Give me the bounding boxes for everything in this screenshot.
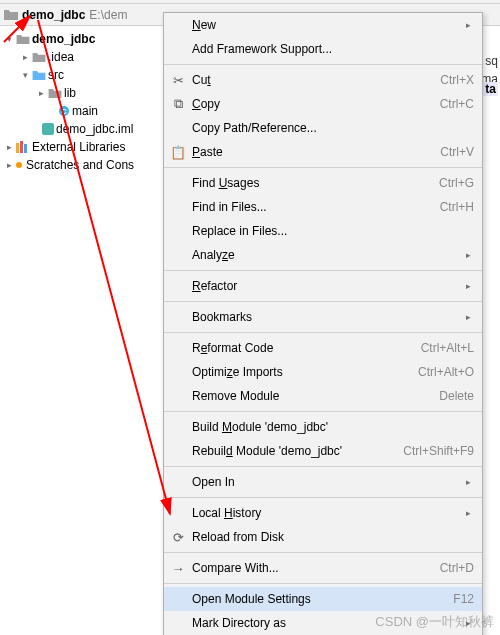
menu-item-refactor[interactable]: Refactor▸ (164, 274, 482, 298)
scratches-icon (14, 160, 24, 170)
menu-item-reload[interactable]: ⟳Reload from Disk (164, 525, 482, 549)
folder-icon (48, 88, 62, 99)
svg-rect-2 (42, 123, 54, 135)
svg-rect-3 (16, 143, 19, 153)
menu-item-paste[interactable]: 📋PasteCtrl+V (164, 140, 482, 164)
svg-text:C: C (61, 107, 67, 116)
menu-item-local-history[interactable]: Local History▸ (164, 501, 482, 525)
menu-item-copy-path[interactable]: Copy Path/Reference... (164, 116, 482, 140)
reload-icon: ⟳ (164, 530, 192, 545)
breadcrumb-path: E:\dem (89, 8, 127, 22)
menu-item-open-in[interactable]: Open In▸ (164, 470, 482, 494)
expand-arrow-icon[interactable] (20, 52, 30, 62)
copy-icon: ⧉ (164, 96, 192, 112)
tree-item-lib[interactable]: lib (0, 84, 169, 102)
menu-item-cut[interactable]: ✂CutCtrl+X (164, 68, 482, 92)
menu-item-replace-in-files[interactable]: Replace in Files... (164, 219, 482, 243)
menu-item-compare-with[interactable]: →Compare With...Ctrl+D (164, 556, 482, 580)
menu-item-find-usages[interactable]: Find UsagesCtrl+G (164, 171, 482, 195)
menu-item-add-framework[interactable]: Add Framework Support... (164, 37, 482, 61)
source-folder-icon (32, 70, 46, 81)
libraries-icon (16, 141, 30, 153)
tree-item-main[interactable]: C main (0, 102, 169, 120)
menu-item-reformat-code[interactable]: Reformat CodeCtrl+Alt+L (164, 336, 482, 360)
breadcrumb-project[interactable]: demo_jdbc (22, 8, 85, 22)
menu-item-find-in-files[interactable]: Find in Files...Ctrl+H (164, 195, 482, 219)
tree-item-src[interactable]: src (0, 66, 169, 84)
menu-item-open-module-settings[interactable]: Open Module SettingsF12 (164, 587, 482, 611)
folder-icon (4, 9, 18, 21)
project-tree[interactable]: demo_jdbc .idea src lib C main demo_jdbc… (0, 26, 170, 635)
svg-rect-5 (24, 144, 27, 153)
menu-item-bookmarks[interactable]: Bookmarks▸ (164, 305, 482, 329)
folder-icon (32, 52, 46, 63)
tree-item-idea[interactable]: .idea (0, 48, 169, 66)
menu-item-build-module[interactable]: Build Module 'demo_jdbc' (164, 415, 482, 439)
menu-item-rebuild-module[interactable]: Rebuild Module 'demo_jdbc'Ctrl+Shift+F9 (164, 439, 482, 463)
module-folder-icon (16, 34, 30, 45)
editor-snippet: sq (485, 54, 498, 68)
context-menu[interactable]: New▸ Add Framework Support... ✂CutCtrl+X… (163, 12, 483, 635)
tree-item-root[interactable]: demo_jdbc (0, 30, 169, 48)
menu-item-remove-module[interactable]: Remove ModuleDelete (164, 384, 482, 408)
class-icon: C (58, 105, 70, 117)
paste-icon: 📋 (164, 145, 192, 160)
iml-file-icon (42, 123, 54, 135)
menu-item-analyze[interactable]: Analyze▸ (164, 243, 482, 267)
tree-item-external-libs[interactable]: External Libraries (0, 138, 169, 156)
tree-item-iml[interactable]: demo_jdbc.iml (0, 120, 169, 138)
menu-item-copy[interactable]: ⧉CopyCtrl+C (164, 92, 482, 116)
menu-item-new[interactable]: New▸ (164, 13, 482, 37)
expand-arrow-icon[interactable] (20, 70, 30, 80)
editor-snippet: ta (483, 82, 498, 96)
expand-arrow-icon[interactable] (36, 88, 46, 98)
tree-item-scratches[interactable]: Scratches and Cons (0, 156, 169, 174)
expand-arrow-icon[interactable] (4, 160, 14, 170)
expand-arrow-icon[interactable] (4, 142, 14, 152)
cut-icon: ✂ (164, 73, 192, 88)
menu-item-optimize-imports[interactable]: Optimize ImportsCtrl+Alt+O (164, 360, 482, 384)
expand-arrow-icon[interactable] (4, 34, 14, 44)
svg-rect-4 (20, 141, 23, 153)
watermark: CSDN @一叶知秋裤 (375, 613, 494, 631)
compare-icon: → (164, 561, 192, 576)
